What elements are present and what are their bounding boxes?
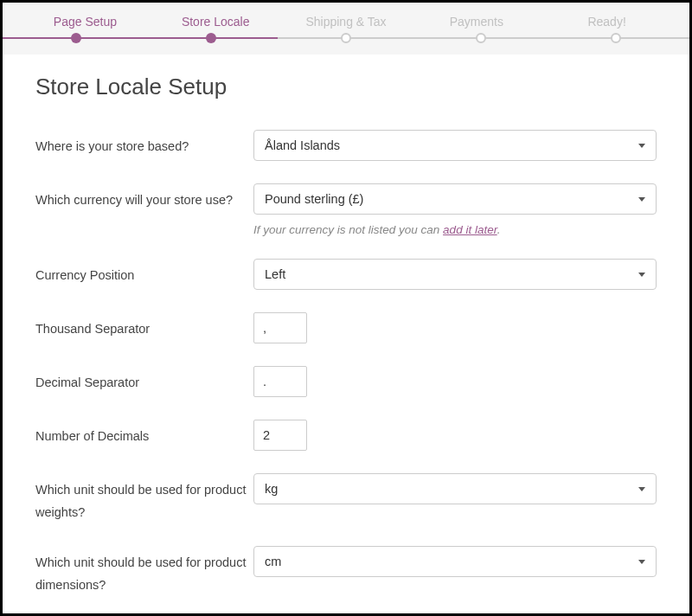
progress-dot-3 <box>341 33 351 43</box>
select-dimension-unit[interactable]: cm <box>253 546 657 577</box>
row-store-location: Where is your store based? Åland Islands <box>35 130 657 161</box>
select-weight-unit[interactable]: kg <box>253 473 657 504</box>
row-currency: Which currency will your store use? Poun… <box>35 183 657 236</box>
currency-helper-prefix: If your currency is not listed you can <box>253 223 443 236</box>
select-store-location-value: Åland Islands <box>265 138 340 152</box>
input-decimal-separator[interactable] <box>253 366 307 397</box>
label-number-decimals: Number of Decimals <box>35 420 253 447</box>
select-store-location[interactable]: Åland Islands <box>253 130 657 161</box>
progress-dots <box>3 33 689 43</box>
currency-helper-suffix: . <box>497 223 501 236</box>
row-currency-position: Currency Position Left <box>35 259 657 290</box>
wizard-step-ready: Ready! <box>541 15 672 29</box>
select-dimension-unit-value: cm <box>265 555 281 568</box>
wizard-step-payments: Payments <box>411 15 541 29</box>
progress-dot-5 <box>611 33 621 43</box>
currency-add-later-link[interactable]: add it later <box>443 223 497 236</box>
label-dimension-unit: Which unit should be used for product di… <box>35 546 253 596</box>
label-currency-position: Currency Position <box>35 259 253 286</box>
select-currency-position[interactable]: Left <box>253 259 657 290</box>
input-thousand-separator[interactable] <box>253 312 307 343</box>
wizard-progress: Page Setup Store Locale Shipping & Tax P… <box>3 3 689 55</box>
row-number-decimals: Number of Decimals <box>35 420 657 451</box>
progress-dot-1 <box>71 33 81 43</box>
label-currency: Which currency will your store use? <box>35 183 253 211</box>
label-weight-unit: Which unit should be used for product we… <box>35 473 253 523</box>
wizard-step-shipping-tax: Shipping & Tax <box>281 15 412 29</box>
label-store-location: Where is your store based? <box>35 130 253 157</box>
input-number-decimals[interactable] <box>253 420 307 451</box>
row-thousand-separator: Thousand Separator <box>35 312 657 343</box>
progress-bar <box>3 37 689 39</box>
row-weight-unit: Which unit should be used for product we… <box>35 473 657 523</box>
select-weight-unit-value: kg <box>265 482 278 496</box>
wizard-step-page-setup[interactable]: Page Setup <box>20 15 151 29</box>
content-panel: Store Locale Setup Where is your store b… <box>16 55 676 596</box>
select-currency-position-value: Left <box>265 267 285 281</box>
select-currency[interactable]: Pound sterling (£) <box>253 183 657 215</box>
label-thousand-separator: Thousand Separator <box>35 312 253 340</box>
progress-dot-2 <box>206 33 216 43</box>
select-currency-value: Pound sterling (£) <box>265 192 363 206</box>
wizard-step-store-locale[interactable]: Store Locale <box>151 15 281 29</box>
currency-helper: If your currency is not listed you can a… <box>253 223 657 236</box>
label-decimal-separator: Decimal Separator <box>35 366 253 394</box>
row-decimal-separator: Decimal Separator <box>35 366 657 397</box>
page-title: Store Locale Setup <box>35 74 657 100</box>
progress-dot-4 <box>476 33 486 43</box>
row-dimension-unit: Which unit should be used for product di… <box>35 546 657 596</box>
